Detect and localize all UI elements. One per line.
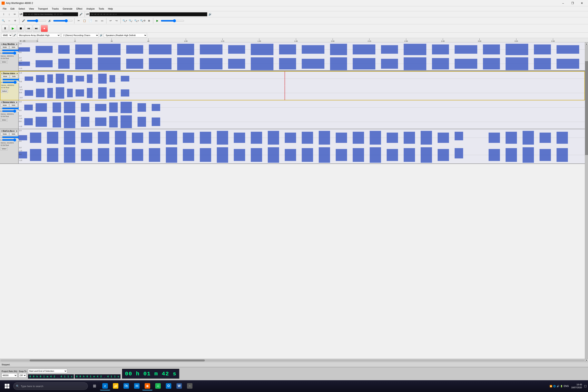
record-button[interactable]: ● [41,25,48,32]
menu-item-help[interactable]: Help [106,6,115,11]
undo-button[interactable]: ↩ [108,18,113,23]
track-dropdown-2[interactable]: ▼ [16,72,18,74]
zoom-out-wave-button[interactable]: 🔍- [128,18,133,23]
track-waveform-2[interactable]: 1.0 0.0 -1.0 [19,72,584,100]
taskbar-search-box[interactable]: 🔍 Type here to search [13,382,88,390]
taskbar-app-edge[interactable]: e [100,382,110,390]
track-select-button-3[interactable]: Select [0,118,8,122]
track-solo-button-2[interactable]: Solo [10,75,18,78]
vscroll-up-button[interactable]: ▲ [585,42,588,46]
vscroll-down-button[interactable]: ▼ [585,359,588,362]
vscroll-track[interactable] [585,46,588,359]
taskbar-app-mail[interactable]: ✉ [132,382,142,390]
menu-item-view[interactable]: View [27,6,36,11]
mic-input-button[interactable]: 🎤 [21,18,26,23]
menu-item-generate[interactable]: Generate [61,6,74,11]
notification-icon[interactable]: □ [584,384,586,388]
trim-button[interactable]: ▭ [94,18,99,23]
zoom-fit-button[interactable]: 🔍= [134,18,139,23]
start-button[interactable] [2,382,12,390]
input-gain-slider[interactable] [27,20,46,22]
taskbar-app-explorer[interactable]: 📁 [110,382,121,390]
track-mute-button-4[interactable]: Mute [0,132,9,136]
track-solo-button-3[interactable]: Solo [10,104,18,107]
playback-speed-slider[interactable] [161,20,184,22]
timeline-ruler[interactable]: ▼ -15 01530451:001:151:301:452:002:152:3… [0,38,588,42]
zoom-toggle-button[interactable]: 🔍⟲ [140,18,146,23]
taskbar-app-spotify[interactable]: ♫ [153,382,163,390]
track-dropdown-4[interactable]: ▼ [16,130,18,132]
mic-vol-button[interactable]: 🎤 [78,12,84,17]
input-meter[interactable]: -54 -48 -42 Click to Start Monitoring -1… [23,12,78,16]
host-select[interactable]: MME [1,33,12,38]
taskbar-app-word[interactable]: W [174,382,184,390]
volume-icon[interactable]: 🔊 [557,385,560,388]
menu-item-file[interactable]: File [1,6,8,11]
hscrollbar-track[interactable] [0,360,584,362]
snap-to-select[interactable]: Off [19,373,26,378]
speaker-vol-button[interactable]: 🔊 [208,12,213,17]
input-device-select[interactable]: Microphone Array (Realtek High [17,33,60,38]
minimize-button[interactable]: – [558,0,568,6]
menu-item-transport[interactable]: Transport [36,6,50,11]
play-at-speed-button[interactable]: ▶ [155,18,160,23]
hscrollbar-thumb[interactable] [30,360,205,362]
pencil-tool-button[interactable]: ✏ [12,12,17,17]
redo-button[interactable]: ↪ [114,18,119,23]
track-solo-button-4[interactable]: Solo [10,132,18,136]
vscroll-thumb[interactable] [585,61,588,155]
track-close-button-3[interactable]: ✕ [0,101,2,103]
fit-to-width-button[interactable]: ↔ [7,18,12,23]
taskbar-app-audacity[interactable]: ◉ [142,382,152,390]
play-button[interactable]: ▶ [10,25,16,32]
track-select-button-1[interactable]: Select [0,60,8,64]
click-monitor-label[interactable]: Click to Start Monitoring [34,13,52,15]
track-waveform-1[interactable]: 1.0 0.0 -1.0 [18,42,585,71]
network-icon[interactable]: 🌐 [553,385,556,388]
pause-button[interactable]: ⏸ [2,25,8,32]
menu-item-tools[interactable]: Tools [97,6,106,11]
menu-item-tracks[interactable]: Tracks [50,6,61,11]
track-waveform-3[interactable]: 1.0 0.0 -1.0 [18,100,585,129]
track-select-button-4[interactable]: Select [0,147,8,150]
speaker-button[interactable]: 🔊 [47,18,52,23]
taskbar-app-store[interactable]: 🛍 [121,382,131,390]
cut-button[interactable]: ✂ [76,18,81,23]
menu-item-select[interactable]: Select [16,6,27,11]
track-waveform-4[interactable]: 1.0 0.0 -1.0 [18,129,585,164]
output-device-select[interactable]: Speakers (Realtek High Definiti [104,33,147,38]
taskbar-clock[interactable]: 16:43 18/07/2020 [570,383,584,389]
zoom-in-button[interactable]: 🔍 [1,18,6,23]
skip-start-button[interactable]: ⏮ [25,25,32,32]
output-vol-slider[interactable] [53,20,73,22]
menu-item-edit[interactable]: Edit [8,6,16,11]
skip-end-button[interactable]: ⏭ [33,25,40,32]
track-mute-button-1[interactable]: Mute [0,46,9,49]
channels-select[interactable]: 2 (Stereo) Recording Chann [62,33,99,38]
menu-item-effect[interactable]: Effect [74,6,84,11]
taskbar-app-outlook[interactable]: O [164,382,174,390]
paste-button[interactable]: 📄 [88,18,93,23]
taskbar-app-taskview[interactable]: ⊞ [90,382,100,390]
track-close-button-1[interactable]: ✕ [0,43,2,45]
track-mute-button-2[interactable]: Mute [1,75,10,78]
chevron-up-icon[interactable]: 🔼 [550,385,552,388]
zoom-extra-button[interactable]: ⊕ [146,18,152,23]
zoom-in-wave-button[interactable]: 🔍+ [122,18,128,23]
track-select-button-2[interactable]: Select [1,90,8,93]
horizontal-scrollbar[interactable] [0,359,585,362]
stop-button[interactable]: ⏹ [17,25,24,32]
track-dropdown-3[interactable]: ▼ [16,101,18,103]
track-close-button-2[interactable]: ✕ [1,72,2,74]
copy-button[interactable]: 📋 [82,18,87,23]
taskbar-app-unknown[interactable]: ~ [185,382,195,390]
selection-mode-select[interactable]: Start and End of Selection [28,369,67,373]
track-mute-button-3[interactable]: Mute [0,104,9,107]
envelope-tool-button[interactable]: ↕ [7,12,12,17]
close-button[interactable]: ✕ [578,0,586,6]
track-dropdown-1[interactable]: ▼ [16,43,18,45]
track-close-button-4[interactable]: ✕ [0,130,2,132]
selection-tool-button[interactable]: I [1,12,6,17]
output-meter[interactable]: -54 -48 -42 -36 -30 -24 -18 -12 -6 [90,12,207,16]
track-solo-button-1[interactable]: Solo [10,46,18,49]
